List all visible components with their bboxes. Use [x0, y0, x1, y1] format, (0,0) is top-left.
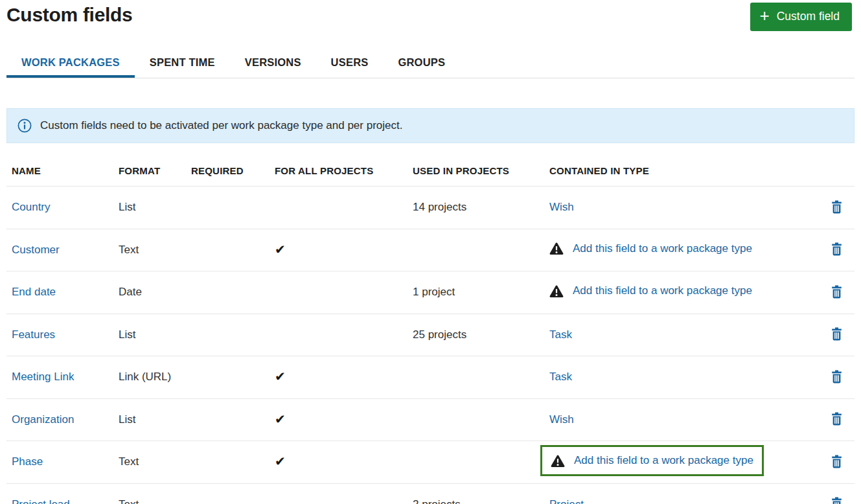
delete-custom-field-button[interactable]: [828, 283, 845, 300]
column-header-required: REQUIRED: [186, 154, 270, 187]
delete-custom-field-button[interactable]: [828, 453, 845, 470]
for-all-projects-cell: [270, 314, 408, 356]
trash-icon: [831, 497, 842, 504]
page-header: Custom fields + Custom field: [6, 0, 855, 31]
required-cell: [186, 314, 270, 356]
delete-custom-field-button[interactable]: [828, 326, 845, 343]
contained-in-type-cell-content: Project: [549, 498, 584, 504]
trash-icon: [831, 412, 842, 426]
contained-in-type-cell: Add this field to a work package type: [544, 271, 818, 314]
tab-versions[interactable]: VERSIONS: [230, 48, 316, 78]
delete-custom-field-button[interactable]: [828, 241, 845, 258]
contained-in-type-cell-content: Wish: [549, 413, 574, 426]
tab-work-packages[interactable]: WORK PACKAGES: [6, 48, 135, 78]
custom-field-name-link[interactable]: Project lead: [12, 498, 70, 504]
trash-icon: [831, 455, 842, 468]
info-banner-text: Custom fields need to be activated per w…: [40, 119, 402, 132]
tab-spent-time[interactable]: SPENT TIME: [135, 48, 230, 78]
format-cell: Text: [113, 483, 186, 504]
custom-field-name-link[interactable]: Phase: [12, 455, 43, 468]
contained-in-type-link[interactable]: Task: [549, 371, 572, 384]
contained-in-type-link[interactable]: Add this field to a work package type: [573, 242, 752, 255]
for-all-projects-cell: ✔: [270, 356, 408, 399]
table-row: Organization List ✔ Wish: [6, 398, 855, 441]
contained-in-type-link[interactable]: Add this field to a work package type: [574, 454, 753, 467]
contained-in-type-cell: Project: [544, 483, 818, 504]
custom-field-name-link[interactable]: End date: [12, 286, 56, 298]
table-row: End date Date 1 project Add this field t…: [6, 271, 855, 314]
trash-icon: [831, 327, 842, 341]
page-title: Custom fields: [6, 4, 132, 26]
contained-in-type-link[interactable]: Wish: [549, 413, 574, 426]
info-banner: Custom fields need to be activated per w…: [6, 108, 855, 143]
required-cell: [186, 356, 270, 399]
format-cell: Text: [113, 441, 186, 484]
table-row: Project lead Text 2 projects Project: [6, 483, 855, 504]
delete-custom-field-button[interactable]: [828, 496, 845, 504]
contained-in-type-cell: Wish: [544, 398, 818, 441]
used-in-projects-cell: [408, 398, 544, 441]
table-row: Meeting Link Link (URL) ✔ Task: [6, 356, 855, 399]
column-header-contained-in-type: CONTAINED IN TYPE: [544, 154, 818, 187]
plus-icon: +: [760, 9, 770, 22]
contained-in-type-cell-content: Add this field to a work package type: [549, 284, 752, 297]
contained-in-type-link[interactable]: Project: [549, 498, 584, 504]
used-in-projects-cell: [408, 441, 544, 484]
for-all-projects-cell: [270, 483, 408, 504]
warning-triangle-icon: [551, 455, 565, 467]
custom-field-name-link[interactable]: Meeting Link: [12, 371, 74, 383]
used-in-projects-cell: 25 projects: [408, 314, 544, 356]
contained-in-type-cell: Task: [544, 314, 818, 356]
delete-custom-field-button[interactable]: [828, 368, 845, 385]
contained-in-type-cell: Add this field to a work package type: [544, 441, 818, 484]
delete-custom-field-button[interactable]: [828, 411, 845, 428]
custom-field-name-link[interactable]: Country: [12, 201, 51, 213]
for-all-projects-cell: [270, 271, 408, 314]
used-in-projects-cell: 14 projects: [408, 187, 544, 229]
tab-users[interactable]: USERS: [316, 48, 384, 78]
custom-fields-table: NAME FORMAT REQUIRED FOR ALL PROJECTS US…: [6, 154, 855, 504]
required-cell: [186, 187, 270, 229]
for-all-projects-cell: ✔: [270, 398, 408, 441]
custom-field-name-link[interactable]: Customer: [12, 244, 60, 256]
checkmark-icon: ✔: [275, 242, 286, 257]
table-header-row: NAME FORMAT REQUIRED FOR ALL PROJECTS US…: [6, 154, 855, 187]
checkmark-icon: ✔: [275, 454, 286, 468]
contained-in-type-cell-content: Add this field to a work package type: [540, 445, 764, 476]
required-cell: [186, 398, 270, 441]
column-header-actions: [818, 154, 855, 187]
contained-in-type-cell-content: Task: [549, 328, 572, 341]
for-all-projects-cell: ✔: [270, 229, 408, 271]
required-cell: [186, 229, 270, 271]
tab-groups[interactable]: GROUPS: [383, 48, 460, 78]
used-in-projects-cell: 2 projects: [408, 483, 544, 504]
format-cell: Link (URL): [113, 356, 186, 399]
format-cell: Date: [113, 271, 186, 314]
column-header-name: NAME: [6, 154, 113, 187]
info-circle-icon: [17, 119, 32, 133]
required-cell: [186, 441, 270, 484]
add-custom-field-button[interactable]: + Custom field: [750, 3, 852, 31]
contained-in-type-link[interactable]: Wish: [549, 201, 574, 214]
custom-field-name-link[interactable]: Features: [12, 328, 55, 341]
table-row: Features List 25 projects Task: [6, 314, 855, 356]
required-cell: [186, 483, 270, 504]
format-cell: List: [113, 314, 186, 356]
format-cell: List: [113, 398, 186, 441]
column-header-used-in-projects: USED IN PROJECTS: [408, 154, 544, 187]
used-in-projects-cell: [408, 356, 544, 399]
tab-bar: WORK PACKAGES SPENT TIME VERSIONS USERS …: [6, 48, 855, 78]
trash-icon: [831, 285, 842, 299]
table-row: Customer Text ✔ Add this field to a work…: [6, 229, 855, 271]
checkmark-icon: ✔: [275, 369, 286, 384]
contained-in-type-link[interactable]: Task: [549, 328, 572, 341]
used-in-projects-cell: 1 project: [408, 271, 544, 314]
custom-fields-page: Custom fields + Custom field WORK PACKAG…: [0, 0, 861, 504]
delete-custom-field-button[interactable]: [828, 198, 845, 215]
trash-icon: [831, 242, 842, 256]
custom-field-name-link[interactable]: Organization: [12, 413, 74, 426]
trash-icon: [831, 370, 842, 384]
warning-triangle-icon: [549, 242, 564, 255]
contained-in-type-link[interactable]: Add this field to a work package type: [573, 284, 752, 297]
contained-in-type-cell: Wish: [544, 187, 818, 229]
